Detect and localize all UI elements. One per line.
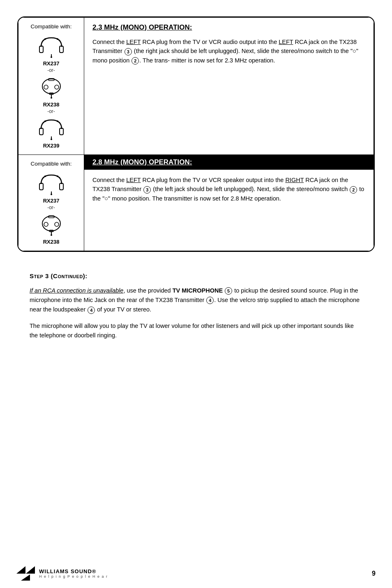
device2-rx238-group: RX238 (23, 212, 80, 245)
section1-compatible-col: Compatible with: RX237 (18, 18, 84, 155)
svg-rect-31 (48, 216, 54, 218)
rx237-label-2: RX237 (23, 198, 80, 204)
svg-rect-20 (60, 183, 63, 190)
compatible-label-1: Compatible with: (23, 23, 80, 30)
circled-5: 5 (225, 287, 232, 295)
section1-header: 2.3 MHz (MONO) OPERATION: (92, 23, 365, 32)
rx238-label-2: RX238 (23, 239, 80, 245)
device-rx239-group: RX239 (23, 116, 80, 149)
svg-rect-0 (39, 46, 43, 53)
compatible-label-2: Compatible with: (23, 161, 80, 167)
svg-point-27 (55, 222, 59, 226)
rca-unavailable-text: If an RCA connection is unavailable (30, 287, 123, 294)
svg-point-6 (42, 79, 60, 94)
left-underline-3: LEFT (126, 177, 141, 183)
svg-point-18 (57, 120, 58, 122)
rx239-icon (37, 116, 66, 141)
right-underline: RIGHT (285, 177, 304, 183)
svg-point-24 (57, 175, 58, 177)
section-23mhz-row: Compatible with: RX237 (18, 18, 374, 155)
williams-sound-logo-icon (16, 566, 35, 581)
or-text-2: -or- (23, 108, 80, 114)
section2-body: Connect the LEFT RCA plug from the TV or… (92, 175, 365, 203)
section2-content-col: 2.8 MHz (MONO) OPERATION: Connect the LE… (84, 155, 374, 251)
step3-title: Step 3 (Continued): (30, 272, 362, 279)
rx237-icon-2 (37, 171, 66, 196)
section1-body: Connect the LEFT RCA plug from the TV or… (92, 37, 365, 65)
circled-4a: 4 (206, 297, 214, 304)
or-text-3: -or- (23, 205, 80, 210)
main-content-box: Compatible with: RX237 (17, 16, 375, 252)
svg-point-23 (44, 175, 46, 177)
or-text-1: -or- (23, 67, 80, 73)
left-underline-1: LEFT (126, 39, 141, 45)
circled-3a: 3 (125, 48, 132, 55)
svg-point-16 (51, 138, 52, 140)
svg-point-22 (51, 194, 52, 195)
svg-marker-32 (16, 566, 25, 574)
operations-table: Compatible with: RX237 (18, 17, 374, 251)
step3-para1: If an RCA connection is unavailable, use… (30, 286, 362, 315)
svg-point-7 (44, 85, 48, 89)
left-underline-2: LEFT (279, 39, 293, 45)
footer: WILLIAMS SOUND® H e l p i n g P e o p l … (0, 566, 392, 581)
footer-logo-text: WILLIAMS SOUND® H e l p i n g P e o p l … (39, 568, 108, 579)
step3-para2: The microphone will allow you to play th… (30, 321, 362, 340)
step3-section: Step 3 (Continued): If an RCA connection… (17, 264, 375, 359)
rx238-label-1: RX238 (23, 101, 80, 108)
svg-rect-12 (48, 78, 54, 81)
section2-compatible-col: Compatible with: RX237 (18, 155, 84, 251)
rx237-label: RX237 (23, 60, 80, 67)
tv-microphone-label: TV MICROPHONE (173, 287, 223, 294)
page-wrapper: Compatible with: RX237 (0, 0, 392, 588)
device2-rx237-group: RX237 -or- (23, 171, 80, 210)
circled-2b: 2 (350, 186, 357, 194)
section2-header: 2.8 MHz (MONO) OPERATION: (92, 158, 192, 166)
section2-header-bg: 2.8 MHz (MONO) OPERATION: (84, 155, 374, 170)
section-28mhz-row: Compatible with: RX237 (18, 155, 374, 251)
brand-name: WILLIAMS SOUND® (39, 568, 108, 574)
circled-2a: 2 (131, 57, 139, 65)
svg-rect-19 (39, 183, 43, 190)
rx237-icon (37, 34, 66, 58)
svg-point-26 (44, 222, 48, 226)
svg-point-3 (51, 56, 52, 58)
svg-rect-1 (60, 46, 63, 53)
svg-point-5 (57, 38, 58, 40)
footer-logo-area: WILLIAMS SOUND® H e l p i n g P e o p l … (16, 566, 108, 581)
svg-point-25 (42, 216, 60, 231)
svg-rect-13 (39, 128, 43, 135)
svg-rect-14 (60, 128, 63, 135)
svg-point-11 (51, 97, 52, 99)
svg-marker-34 (21, 574, 30, 581)
rx238-icon (37, 75, 66, 99)
page-number: 9 (372, 570, 376, 577)
rx239-label: RX239 (23, 143, 80, 149)
svg-point-30 (51, 234, 52, 236)
svg-point-8 (55, 85, 59, 89)
svg-point-17 (44, 120, 46, 122)
device-rx238-group: RX238 -or- (23, 75, 80, 114)
circled-4b: 4 (88, 307, 95, 314)
svg-marker-33 (26, 566, 35, 574)
section1-content-col: 2.3 MHz (MONO) OPERATION: Connect the LE… (84, 18, 374, 155)
svg-point-4 (44, 38, 46, 40)
brand-tagline: H e l p i n g P e o p l e H e a r (39, 574, 108, 579)
circled-3b: 3 (143, 186, 151, 194)
rx238-icon-2 (37, 212, 66, 237)
device-rx237-group: RX237 -or- (23, 34, 80, 73)
